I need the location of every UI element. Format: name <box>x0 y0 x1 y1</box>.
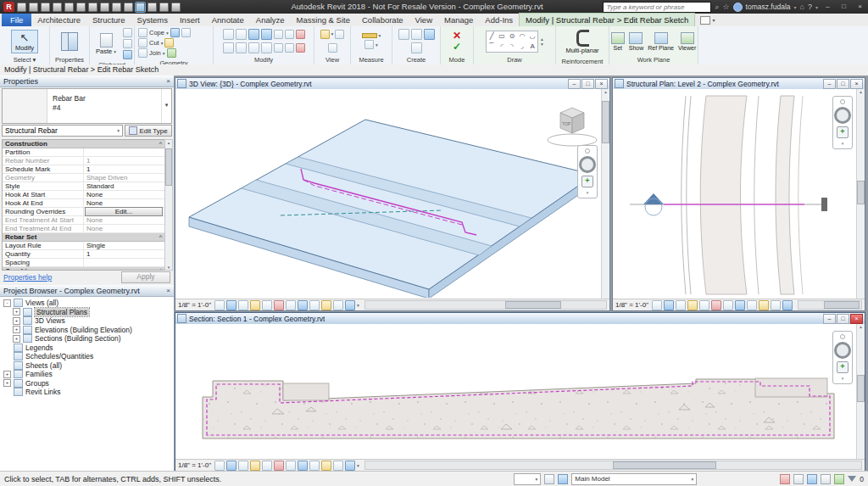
qat-tool-icon[interactable] <box>159 3 169 12</box>
horizontal-scrollbar[interactable] <box>798 300 862 310</box>
nav-options-icon[interactable] <box>840 334 845 339</box>
view-control-icon[interactable] <box>274 461 284 471</box>
tree-item-label[interactable]: Structural Plans <box>35 308 89 316</box>
tree-item[interactable]: + Families <box>0 370 174 379</box>
application-menu-button[interactable]: R <box>3 2 14 12</box>
scrollbar-thumb[interactable] <box>505 301 561 309</box>
view-scale-label[interactable]: 1/8" = 1'-0" <box>178 301 211 309</box>
window-restore-button[interactable]: □ <box>837 314 849 324</box>
paint-icon[interactable] <box>170 28 180 37</box>
property-row[interactable]: Layout Rule Single ^ <box>3 242 164 250</box>
ribbon-tab[interactable]: Manage <box>438 14 479 26</box>
app-store-icon[interactable]: ⌂ <box>800 1 804 13</box>
property-row[interactable]: Style Standard ^ <box>3 182 164 191</box>
trim-extend-icon[interactable] <box>261 42 272 53</box>
scrollbar-thumb[interactable] <box>857 375 865 402</box>
close-button[interactable]: × <box>854 2 866 12</box>
horizontal-scrollbar[interactable] <box>364 461 862 470</box>
delete-icon[interactable] <box>296 43 305 53</box>
horizontal-scrollbar[interactable] <box>364 300 607 310</box>
view-canvas-3d[interactable]: TOP + ▾ ▴ <box>175 89 609 299</box>
window-title-bar[interactable]: Section: Section 1 - Complex Geometry.rv… <box>175 313 865 325</box>
view-control-icon[interactable] <box>664 300 674 310</box>
view-control-icon[interactable] <box>723 300 733 310</box>
scrollbar-thumb[interactable] <box>613 461 716 469</box>
join-label[interactable]: Join <box>149 49 161 57</box>
chevron-down-icon[interactable]: ▾ <box>357 303 359 308</box>
navigation-bar[interactable]: + ▾ <box>832 96 853 149</box>
view-control-icon[interactable] <box>238 300 248 310</box>
close-icon[interactable]: × <box>166 287 170 294</box>
view-control-icon[interactable] <box>250 300 260 310</box>
property-value[interactable]: Standard <box>84 182 164 190</box>
create-similar-icon[interactable] <box>424 29 435 40</box>
ribbon-tab[interactable]: Architecture <box>31 14 86 26</box>
property-value[interactable]: Single <box>84 242 164 249</box>
help-search-input[interactable] <box>603 2 711 13</box>
tree-item-label[interactable]: Revit Links <box>25 388 61 396</box>
window-minimize-button[interactable]: – <box>823 314 836 324</box>
view-control-icon[interactable] <box>262 461 272 471</box>
tree-item-label[interactable]: Sections (Building Section) <box>35 334 121 343</box>
view-control-icon[interactable] <box>771 300 781 310</box>
cut-label[interactable]: Cut <box>149 39 159 47</box>
ribbon-tab[interactable]: Systems <box>131 14 174 26</box>
qat-tool-icon[interactable] <box>17 3 26 12</box>
hide-elements-icon[interactable] <box>320 30 330 39</box>
viewer-button[interactable]: Viewer <box>676 32 698 51</box>
tree-item-label[interactable]: Families <box>25 370 53 378</box>
view-scale-label[interactable]: 1/8" = 1'-0" <box>178 461 211 469</box>
view-control-icon[interactable] <box>345 300 355 310</box>
chevron-down-icon[interactable]: ▾ <box>163 51 165 56</box>
draw-tool-icon[interactable]: ⊙ <box>507 31 517 42</box>
view-cube[interactable]: TOP <box>548 108 597 146</box>
navigation-bar[interactable]: + ▾ <box>577 145 598 198</box>
nav-options-icon[interactable] <box>840 99 845 104</box>
chevron-down-icon[interactable]: ▾ <box>587 190 589 195</box>
properties-help-link[interactable]: Properties help <box>3 273 52 282</box>
help-menu-chevron-icon[interactable]: ▾ <box>815 4 818 10</box>
view-control-icon[interactable] <box>214 300 225 310</box>
qat-tool-icon[interactable] <box>41 3 50 12</box>
ribbon-tab[interactable]: Structure <box>86 14 131 26</box>
tree-expand-toggle[interactable]: + <box>13 317 20 325</box>
panel-label-mode[interactable]: Mode <box>441 56 473 64</box>
property-value[interactable]: None <box>84 216 164 224</box>
qat-tool-icon[interactable] <box>76 3 86 12</box>
draw-tool-icon[interactable]: ⌒ <box>487 42 497 52</box>
override-graphics-icon[interactable] <box>335 30 344 39</box>
properties-palette-header[interactable]: Properties × <box>0 75 174 87</box>
panel-label-modify[interactable]: Modify <box>214 56 314 64</box>
property-value[interactable]: None <box>84 199 164 207</box>
view-control-icon[interactable] <box>262 300 272 310</box>
qat-tool-icon[interactable] <box>124 3 133 12</box>
tree-item-label[interactable]: Schedules/Quantities <box>25 352 93 360</box>
apply-button[interactable]: Apply <box>121 271 170 283</box>
view-control-icon[interactable] <box>298 461 308 471</box>
property-row[interactable]: End Treatment At Start None ^ <box>3 216 164 225</box>
tree-item[interactable]: Schedules/Quantities <box>0 352 174 361</box>
user-avatar[interactable] <box>733 3 743 12</box>
tree-item[interactable]: Legends <box>0 344 174 353</box>
draw-tool-icon[interactable]: ◜ <box>497 42 507 52</box>
window-close-button[interactable]: × <box>595 79 608 89</box>
scroll-up-icon[interactable]: ▴ <box>604 89 607 94</box>
finish-edit-mode-button[interactable]: ✓ <box>453 42 461 52</box>
dimension-icon[interactable] <box>364 40 374 49</box>
qat-tool-icon[interactable] <box>100 3 109 12</box>
type-selector-chevron-icon[interactable]: ▾ <box>161 89 171 123</box>
property-row[interactable]: End Treatment At End None ^ <box>3 225 164 233</box>
window-close-button[interactable]: × <box>850 79 863 89</box>
view-control-icon[interactable] <box>747 300 757 310</box>
view-scale-label[interactable]: 1/8" = 1'-0" <box>615 301 648 309</box>
pin-icon[interactable] <box>285 30 294 39</box>
ribbon-tab[interactable]: Add-Ins <box>479 14 519 26</box>
align-icon[interactable] <box>223 29 234 40</box>
view-control-icon[interactable] <box>699 300 709 310</box>
window-close-button[interactable]: × <box>850 314 863 324</box>
window-title-bar[interactable]: 3D View: {3D} - Complex Geometry.rvt – □… <box>175 78 609 90</box>
tree-item-label[interactable]: Elevations (Building Elevation) <box>35 326 132 334</box>
scrollbar-thumb[interactable] <box>824 301 860 309</box>
status-toggle-icon[interactable] <box>793 474 804 484</box>
property-value[interactable]: None <box>84 191 164 198</box>
